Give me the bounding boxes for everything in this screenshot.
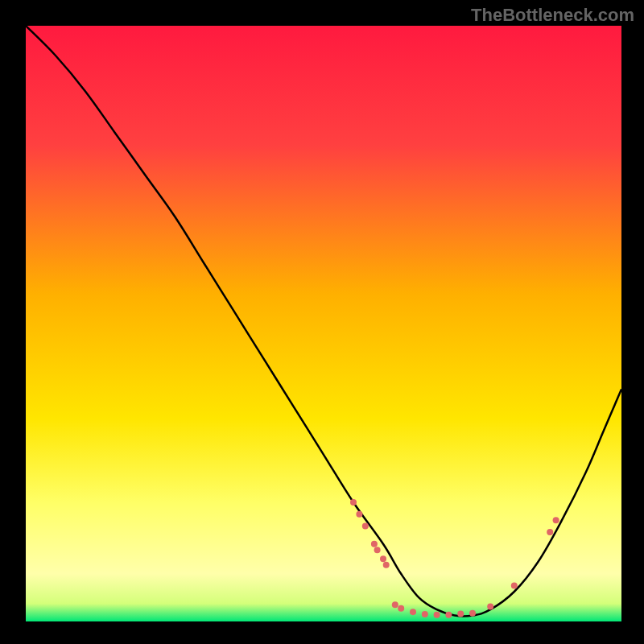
data-marker (380, 555, 386, 562)
data-marker (553, 517, 559, 523)
data-marker (487, 604, 493, 610)
data-marker (469, 610, 476, 617)
watermark-text: TheBottleneck.com (471, 5, 634, 26)
data-marker (392, 601, 398, 608)
data-marker (398, 605, 404, 612)
data-marker (422, 611, 428, 617)
data-marker (445, 612, 452, 618)
chart-background (26, 26, 621, 621)
data-marker (374, 547, 381, 553)
data-marker (410, 609, 416, 615)
data-marker (371, 541, 378, 547)
data-marker (511, 583, 518, 589)
data-marker (383, 562, 390, 568)
data-marker (457, 610, 464, 617)
data-marker (362, 523, 369, 530)
data-marker (350, 499, 357, 506)
bottleneck-chart (26, 26, 621, 621)
data-marker (547, 529, 553, 535)
data-marker (434, 612, 440, 618)
data-marker (356, 511, 362, 518)
chart-container: TheBottleneck.com (0, 0, 644, 644)
